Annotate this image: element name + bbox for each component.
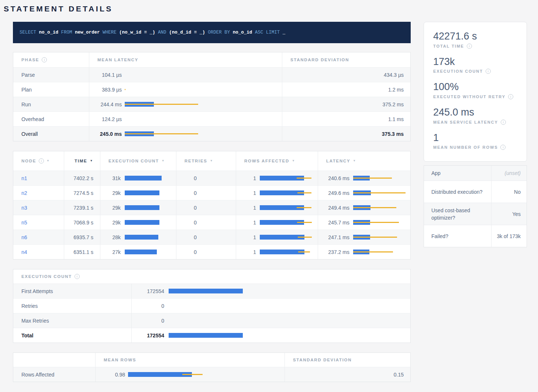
execution-count-row-value: 0 — [132, 303, 164, 309]
bar-mean-blue — [125, 235, 158, 240]
node-link[interactable]: n3 — [13, 205, 27, 211]
node-link[interactable]: n1 — [13, 175, 27, 181]
bar-stddev-yellow — [182, 374, 203, 375]
sql-statement-text: SELECT no_o_id FROM new_order WHERE (no_… — [20, 30, 285, 35]
app-detail-value: 3k of 173k — [491, 225, 527, 247]
mean-latency-bar — [125, 117, 282, 121]
stat-mean-number-of-rows: 1MEAN NUMBER OF ROWSi — [433, 133, 518, 150]
phase-latency-table: PHASE i MEAN LATENCY STANDARD DEVIATION … — [13, 52, 411, 141]
execution-count-bar — [125, 235, 176, 240]
info-icon[interactable]: i — [39, 158, 44, 164]
mean-latency-bar — [125, 102, 282, 107]
mean-latency-value: 245.0 ms — [89, 131, 122, 137]
node-link[interactable]: n5 — [13, 220, 27, 226]
execution-count-label-cell: Total — [13, 328, 131, 343]
node-link[interactable]: n2 — [13, 190, 27, 196]
execution-count-value: 29k — [100, 220, 121, 226]
latency-cell: 247.1 ms — [318, 230, 410, 244]
bar-stddev-yellow — [353, 207, 396, 208]
execution-count-row-bar — [169, 289, 410, 293]
execution-count-cell: 29k — [100, 186, 176, 200]
node-cell: n3 — [13, 200, 64, 215]
column-header-execution-count[interactable]: EXECUTION COUNT▼ — [100, 151, 176, 171]
rows-affected-table-header: MEAN ROWS STANDARD DEVIATION — [13, 353, 410, 367]
retries-value: 0 — [176, 234, 197, 240]
sql-keyword: ASC LIMIT — [252, 30, 283, 35]
bar-stddev-yellow — [353, 222, 399, 223]
mean-latency-value: 124.2 µs — [89, 116, 122, 122]
stat-label-text: MEAN SERVICE LATENCY — [433, 120, 498, 124]
info-icon[interactable]: i — [486, 69, 491, 74]
stddev-value: 0.15 — [394, 372, 404, 378]
latency-bar — [353, 190, 410, 195]
info-icon[interactable]: i — [467, 44, 472, 49]
node-link[interactable]: n4 — [13, 249, 27, 255]
rows-affected-table: MEAN ROWS STANDARD DEVIATION Rows Affect… — [13, 353, 411, 382]
info-icon[interactable]: i — [508, 94, 513, 99]
sql-identifier: (no_d_id = _) — [169, 30, 205, 35]
node-row: n37239.1 s29k01249.4 ms — [13, 200, 410, 215]
node-row: n66935.7 s28k01247.1 ms — [13, 230, 410, 244]
bar-stddev-yellow — [125, 104, 198, 105]
info-icon[interactable]: i — [501, 120, 506, 125]
latency-value: 240.6 ms — [318, 175, 349, 181]
time-cell: 7068.9 s — [64, 215, 100, 230]
bar-stddev-yellow — [297, 192, 311, 193]
bar-mean-blue — [260, 250, 304, 254]
info-icon[interactable]: i — [42, 57, 47, 62]
sort-arrow-icon: ▼ — [46, 159, 50, 162]
rows-affected-header-label: ROWS AFFECTED — [244, 159, 289, 163]
column-header-retries[interactable]: RETRIES▼ — [176, 151, 236, 171]
rows-affected-bar — [260, 205, 318, 210]
bar-stddev-yellow — [297, 178, 311, 179]
column-header-latency[interactable]: LATENCY▼ — [318, 151, 410, 171]
node-link[interactable]: n6 — [13, 234, 27, 240]
execution-count-row-bar — [169, 303, 410, 308]
column-header-time[interactable]: TIME▼ — [64, 151, 100, 171]
rows-affected-value: 1 — [236, 234, 256, 240]
stat-label: MEAN SERVICE LATENCYi — [433, 120, 518, 125]
rows-affected-cell: 1 — [236, 230, 318, 244]
execution-count-cell: 31k — [100, 171, 176, 185]
rows-affected-value: 1 — [236, 220, 256, 226]
column-header-node[interactable]: NODEi▼ — [13, 151, 64, 171]
bar-stddev-yellow — [297, 207, 311, 208]
bar-stddev-yellow — [298, 251, 310, 252]
bar-stddev-yellow — [125, 133, 198, 134]
execution-count-row-label: Max Retries — [13, 318, 49, 324]
info-icon[interactable]: i — [75, 274, 80, 279]
execution-count-bar — [125, 205, 176, 210]
phase-label: Plan — [13, 87, 32, 93]
stat-label-text: EXECUTION COUNT — [433, 69, 483, 73]
phase-header-label: PHASE — [21, 58, 39, 62]
stddev-value: 434.3 µs — [384, 72, 404, 78]
execution-count-value: 31k — [100, 175, 121, 181]
mean-latency-cell: 383.9 µs — [89, 82, 282, 97]
phase-label: Overall — [13, 131, 38, 137]
phase-label: Run — [13, 102, 31, 107]
rows-affected-cell: 1 — [236, 171, 318, 185]
sort-arrow-icon: ▼ — [292, 159, 296, 162]
stat-execution-count: 173kEXECUTION COUNTi — [433, 56, 518, 74]
app-detail-label: Failed? — [424, 225, 491, 247]
bar-stddev-yellow — [353, 251, 393, 252]
node-row: n27274.5 s29k01249.6 ms — [13, 185, 410, 200]
column-header-rows-affected[interactable]: ROWS AFFECTED▼ — [236, 151, 318, 171]
sql-keyword: SELECT — [20, 30, 39, 35]
side-column: 42271.6 sTOTAL TIMEi173kEXECUTION COUNTi… — [424, 22, 527, 247]
latency-cell: 240.6 ms — [318, 171, 410, 185]
mean-latency-value: 104.1 µs — [89, 72, 122, 78]
column-header-empty — [13, 353, 95, 367]
execution-count-row-bar — [169, 318, 410, 323]
execution-count-row-value: 0 — [132, 318, 164, 324]
info-icon[interactable]: i — [500, 145, 506, 150]
retries-cell: 0 — [176, 186, 236, 200]
execution-count-value: 28k — [100, 234, 121, 240]
sql-identifier: no_o_id — [233, 30, 252, 35]
execution-count-row-value: 172554 — [132, 333, 164, 338]
execution-count-value: 29k — [100, 190, 121, 196]
retries-cell: 0 — [176, 245, 236, 259]
stat-label-text: EXECUTED WITHOUT RETRY — [433, 94, 506, 99]
app-detail-value: (unset) — [491, 166, 527, 180]
stat-label: EXECUTION COUNTi — [433, 69, 518, 74]
